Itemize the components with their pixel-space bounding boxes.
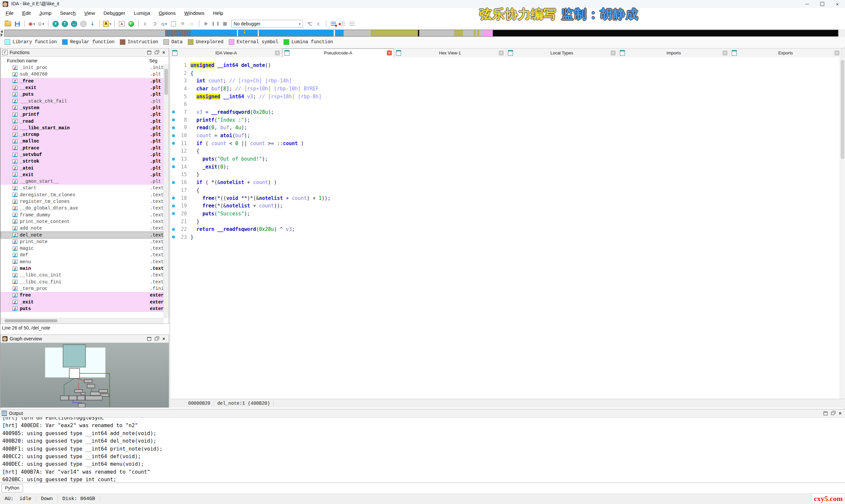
- python-interpreter-button[interactable]: Python: [1, 484, 23, 492]
- segments-window-button[interactable]: [79, 20, 87, 28]
- navigator-window-button[interactable]: ▲: [118, 20, 126, 28]
- function-row[interactable]: f__libc_csu_fini.text: [1, 279, 164, 285]
- functions-maximize-button[interactable]: [145, 50, 153, 55]
- function-row[interactable]: f___stack_chk_fail.plt: [1, 97, 164, 104]
- function-row[interactable]: f___libc_start_main.plt: [1, 125, 164, 131]
- tab-close-icon[interactable]: ×: [499, 51, 504, 55]
- function-row[interactable]: f_term_proc.fini: [1, 285, 164, 292]
- band-right-arrow-icon[interactable]: [1, 33, 3, 37]
- functions-horizontal-scrollbar[interactable]: [1, 318, 164, 324]
- function-row[interactable]: f_system.plt: [1, 105, 164, 111]
- function-row[interactable]: f_strtok.plt: [1, 158, 164, 165]
- output-log[interactable]: [hrt] turn on FunctionsToggleSync[hrt] 4…: [0, 417, 845, 483]
- functions-vertical-scrollbar[interactable]: [163, 64, 169, 318]
- code-line[interactable]: 13 puts("Out of bound!");: [170, 155, 840, 163]
- code-line[interactable]: 1unsigned __int64 del_note(): [170, 61, 840, 69]
- function-row[interactable]: fputsextern: [1, 305, 164, 312]
- code-line[interactable]: 11 if ( count < 0 || count >= ::count ): [170, 140, 840, 147]
- function-row[interactable]: f_puts.plt: [1, 91, 164, 97]
- stop-process-button[interactable]: [221, 20, 229, 28]
- caller-graph-button[interactable]: C: [142, 20, 149, 28]
- attach-process-button[interactable]: ℃: [306, 20, 314, 28]
- breakpoints-list-button[interactable]: [339, 20, 347, 28]
- menu-item-search[interactable]: Search: [56, 8, 80, 18]
- functions-column-header[interactable]: Function name Seg: [1, 57, 169, 65]
- tab-pseudocode-a[interactable]: Pseudocode-A×: [282, 49, 394, 57]
- function-row[interactable]: fmain.text: [1, 265, 164, 272]
- function-row[interactable]: ffreeextern: [1, 292, 164, 299]
- code-line[interactable]: 2{: [170, 69, 840, 77]
- menu-item-options[interactable]: Options: [155, 8, 180, 18]
- function-row[interactable]: f_setvbuf.plt: [1, 151, 164, 158]
- function-row[interactable]: fframe_dummy.text: [1, 212, 164, 218]
- function-row[interactable]: fdel_note.text: [1, 232, 164, 238]
- function-row[interactable]: fmenu.text: [1, 258, 164, 265]
- code-line[interactable]: 16 if ( *(&notelist + count) ): [170, 178, 840, 186]
- code-line[interactable]: 14 _exit(0);: [170, 163, 840, 171]
- tab-exports[interactable]: Exports×: [730, 49, 842, 57]
- chevron-down-icon[interactable]: ▾: [165, 22, 167, 26]
- function-row[interactable]: f_free.plt: [1, 78, 164, 85]
- open-file-button[interactable]: [4, 20, 12, 28]
- tab-close-icon[interactable]: ×: [387, 51, 392, 55]
- graph-close-button[interactable]: ×: [160, 336, 168, 342]
- save-database-button[interactable]: [13, 20, 21, 28]
- code-line[interactable]: 12 {: [170, 147, 840, 155]
- menu-item-edit[interactable]: Edit: [18, 8, 35, 18]
- chevron-down-icon[interactable]: ▾: [297, 22, 303, 26]
- scrollbar-thumb[interactable]: [5, 319, 57, 322]
- function-row[interactable]: f_exitextern: [1, 299, 164, 305]
- tab-ida-view-a[interactable]: IDA View-A×: [170, 49, 282, 57]
- function-row[interactable]: f_exit.plt: [1, 172, 164, 178]
- location-pin-button[interactable]: ◉▾: [28, 20, 36, 28]
- start-process-button[interactable]: [203, 20, 210, 28]
- code-line[interactable]: 7 v3 = __readfsqword(0x28u);: [170, 108, 840, 116]
- menu-item-file[interactable]: File: [1, 8, 18, 18]
- navigation-band[interactable]: [4, 30, 839, 37]
- menu-item-debugger[interactable]: Debugger: [99, 8, 130, 18]
- pseudocode-vertical-scrollbar[interactable]: [840, 57, 845, 399]
- bookmark-pin-button[interactable]: ◎▾: [37, 20, 45, 28]
- band-left-arrow-icon[interactable]: [1, 30, 3, 33]
- color-tool-button[interactable]: ◇: [188, 20, 196, 28]
- column-seg[interactable]: Seg: [147, 57, 164, 65]
- output-maximize-button[interactable]: [822, 410, 829, 416]
- code-line[interactable]: 9 read(0, buf, 4u);: [170, 124, 840, 132]
- graph-maximize-button[interactable]: [145, 336, 153, 342]
- tab-close-icon[interactable]: ×: [834, 51, 839, 55]
- column-function-name[interactable]: Function name: [1, 57, 147, 65]
- function-row[interactable]: fdef.text: [1, 252, 164, 258]
- function-row[interactable]: fsub_400760.plt: [1, 71, 164, 77]
- code-line[interactable]: 3 int count; // [rsp+Ch] [rbp-14h]: [170, 77, 840, 85]
- graph-float-button[interactable]: [153, 336, 160, 342]
- scrollbar-thumb[interactable]: [164, 69, 168, 95]
- functions-close-button[interactable]: ×: [160, 50, 168, 55]
- chevron-down-icon[interactable]: ▾: [42, 22, 44, 26]
- menu-item-windows[interactable]: Windows: [180, 8, 209, 18]
- pseudocode-view[interactable]: 1unsigned __int64 del_note()2{3 int coun…: [170, 57, 840, 399]
- xref-graph-button[interactable]: Q▾: [160, 20, 168, 28]
- jump-arrow-button[interactable]: ↓: [88, 20, 96, 28]
- output-list-button[interactable]: [330, 20, 337, 28]
- names-window-button[interactable]: #: [52, 20, 59, 28]
- output-float-button[interactable]: [829, 410, 837, 416]
- ascii-tool-button[interactable]: A▾: [103, 20, 111, 28]
- function-row[interactable]: f_printf.plt: [1, 111, 164, 118]
- code-line[interactable]: 5 unsigned __int64 v3; // [rsp+18h] [rbp…: [170, 93, 840, 101]
- code-line[interactable]: 10 count = atoi(buf);: [170, 132, 840, 140]
- function-row[interactable]: fregister_tm_clones.text: [1, 198, 164, 205]
- maximize-button[interactable]: [815, 0, 830, 8]
- chevron-down-icon[interactable]: ▾: [110, 22, 111, 26]
- function-row[interactable]: f_strcmp.plt: [1, 131, 164, 138]
- callee-graph-button[interactable]: Ↄ: [151, 20, 159, 28]
- menu-item-lumina[interactable]: Lumina: [129, 8, 154, 18]
- tab-close-icon[interactable]: ×: [723, 51, 727, 55]
- code-line[interactable]: 17 {: [170, 186, 840, 194]
- flow-chart-button[interactable]: [169, 20, 177, 28]
- code-line[interactable]: 20 puts("Success");: [170, 210, 840, 218]
- menu-item-view[interactable]: View: [80, 8, 99, 18]
- code-line[interactable]: 19 free(*(&notelist + count));: [170, 202, 840, 210]
- code-line[interactable]: 18 free(*((void **)*(&notelist + count) …: [170, 194, 840, 202]
- text-window-button[interactable]: T: [61, 20, 69, 28]
- output-close-button[interactable]: ×: [837, 410, 844, 416]
